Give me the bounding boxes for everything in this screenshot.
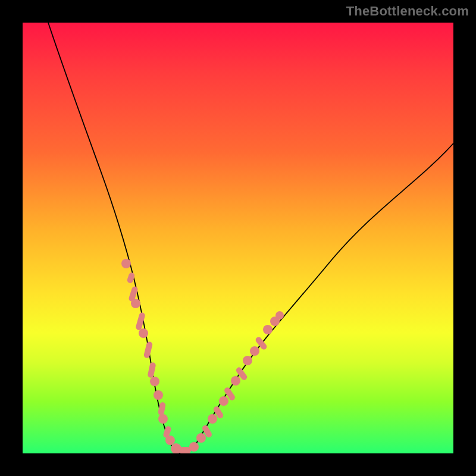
- svg-rect-4: [135, 312, 146, 331]
- svg-point-26: [250, 346, 259, 356]
- chart-frame: TheBottleneck.com: [0, 0, 476, 476]
- svg-point-3: [131, 299, 140, 308]
- svg-point-30: [275, 311, 284, 320]
- svg-point-23: [231, 376, 240, 386]
- svg-point-17: [196, 433, 206, 443]
- svg-rect-6: [143, 341, 153, 359]
- svg-rect-7: [147, 362, 156, 378]
- svg-point-28: [263, 325, 273, 334]
- svg-point-11: [158, 414, 168, 424]
- bottleneck-curve: [48, 23, 453, 453]
- svg-point-5: [139, 328, 148, 338]
- svg-point-13: [165, 436, 175, 445]
- svg-point-19: [208, 414, 217, 424]
- svg-point-9: [154, 390, 163, 400]
- watermark-text: TheBottleneck.com: [346, 4, 469, 19]
- svg-point-0: [121, 259, 131, 268]
- svg-point-25: [243, 356, 252, 365]
- curve-markers: [121, 259, 284, 453]
- chart-svg: [23, 23, 453, 453]
- svg-point-8: [150, 377, 159, 386]
- svg-point-16: [189, 442, 199, 452]
- svg-rect-15: [179, 447, 191, 453]
- svg-point-21: [219, 396, 228, 406]
